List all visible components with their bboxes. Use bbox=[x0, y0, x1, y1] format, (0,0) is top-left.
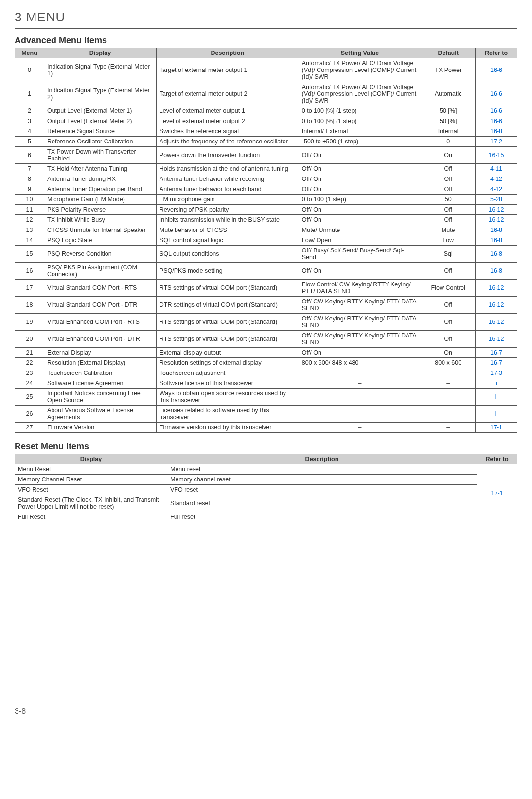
cell-default: TX Power bbox=[421, 58, 476, 82]
cell-refer[interactable]: 16-7 bbox=[476, 348, 517, 358]
cell-refer[interactable]: 16-6 bbox=[476, 82, 517, 106]
cell-setting: – bbox=[299, 389, 421, 406]
cell-description: Inhibits transmission while in the BUSY … bbox=[156, 215, 299, 225]
table-row: 10Microphone Gain (FM Mode)FM microphone… bbox=[15, 195, 517, 205]
cell-setting: 0 to 100 (1 step) bbox=[299, 195, 421, 205]
cell-default: 50 [%] bbox=[421, 106, 476, 116]
cell-menu: 4 bbox=[15, 126, 44, 137]
col-refer: Refer to bbox=[476, 48, 517, 58]
cell-refer[interactable]: 16-12 bbox=[476, 280, 517, 297]
cell-refer[interactable]: 16-8 bbox=[476, 263, 517, 280]
cell-default: Off bbox=[421, 184, 476, 195]
cell-setting: 0 to 100 [%] (1 step) bbox=[299, 106, 421, 116]
cell-description: Mute behavior of CTCSS bbox=[156, 225, 299, 235]
cell-default: Off bbox=[421, 331, 476, 348]
table-row: 9Antenna Tuner Operation per BandAntenna… bbox=[15, 184, 517, 195]
cell-refer[interactable]: 16-8 bbox=[476, 225, 517, 235]
cell-refer[interactable]: i bbox=[476, 378, 517, 389]
cell-refer[interactable]: ii bbox=[476, 406, 517, 423]
cell-display: TX Hold After Antenna Tuning bbox=[44, 164, 157, 174]
cell-description: Powers down the transverter function bbox=[156, 147, 299, 164]
cell-menu: 2 bbox=[15, 106, 44, 116]
cell-display: Touchscreen Calibration bbox=[44, 368, 157, 378]
reset-menu-title: Reset Menu Items bbox=[15, 442, 517, 452]
cell-setting: – bbox=[299, 423, 421, 433]
cell-description: RTS settings of virtual COM port (Standa… bbox=[156, 280, 299, 297]
cell-menu: 22 bbox=[15, 358, 44, 368]
cell-description: RTS settings of virtual COM port (Standa… bbox=[156, 314, 299, 331]
cell-refer[interactable]: 16-8 bbox=[476, 235, 517, 246]
col-menu: Menu bbox=[15, 48, 44, 58]
cell-refer[interactable]: 16-6 bbox=[476, 106, 517, 116]
cell-menu: 5 bbox=[15, 137, 44, 147]
cell-display: Reference Signal Source bbox=[44, 126, 157, 137]
cell-description: Adjusts the frequency of the reference o… bbox=[156, 137, 299, 147]
cell-refer[interactable]: 17-1 bbox=[477, 464, 517, 522]
cell-display: Memory Channel Reset bbox=[15, 475, 167, 485]
cell-refer[interactable]: 16-12 bbox=[476, 215, 517, 225]
page-number: 3-8 bbox=[15, 707, 517, 716]
table-row: 16PSQ/ PKS Pin Assignment (COM Connector… bbox=[15, 263, 517, 280]
table-row: 8Antenna Tuner during RXAntenna tuner be… bbox=[15, 174, 517, 184]
cell-refer[interactable]: 5-28 bbox=[476, 195, 517, 205]
cell-refer[interactable]: 16-12 bbox=[476, 331, 517, 348]
col-default: Default bbox=[421, 48, 476, 58]
cell-display: TX Power Down with Transverter Enabled bbox=[44, 147, 157, 164]
cell-setting: Off/ On bbox=[299, 348, 421, 358]
cell-display: PSQ Logic State bbox=[44, 235, 157, 246]
col-display: Display bbox=[15, 454, 167, 464]
col-description: Description bbox=[156, 48, 299, 58]
cell-description: Reversing of PSK polarity bbox=[156, 205, 299, 215]
cell-refer[interactable]: 17-2 bbox=[476, 137, 517, 147]
col-setting: Setting Value bbox=[299, 48, 421, 58]
cell-setting: Off/ CW Keying/ RTTY Keying/ PTT/ DATA S… bbox=[299, 314, 421, 331]
cell-display: Antenna Tuner Operation per Band bbox=[44, 184, 157, 195]
cell-refer[interactable]: 16-15 bbox=[476, 147, 517, 164]
cell-setting: Internal/ External bbox=[299, 126, 421, 137]
cell-refer[interactable]: 16-8 bbox=[476, 126, 517, 137]
cell-refer[interactable]: 4-11 bbox=[476, 164, 517, 174]
cell-setting: Off/ On bbox=[299, 164, 421, 174]
cell-display: Antenna Tuner during RX bbox=[44, 174, 157, 184]
table-row: 15PSQ Reverse ConditionSQL output condit… bbox=[15, 246, 517, 263]
cell-menu: 3 bbox=[15, 116, 44, 126]
cell-display: About Various Software License Agreement… bbox=[44, 406, 157, 423]
cell-setting: Off/ On bbox=[299, 184, 421, 195]
cell-refer[interactable]: 17-3 bbox=[476, 368, 517, 378]
cell-refer[interactable]: 4-12 bbox=[476, 184, 517, 195]
cell-refer[interactable]: 16-8 bbox=[476, 246, 517, 263]
cell-refer[interactable]: 16-12 bbox=[476, 314, 517, 331]
cell-display: PSQ Reverse Condition bbox=[44, 246, 157, 263]
table-row: 17Virtual Standard COM Port - RTSRTS set… bbox=[15, 280, 517, 297]
cell-display: Important Notices concerning Free Open S… bbox=[44, 389, 157, 406]
cell-default: On bbox=[421, 147, 476, 164]
cell-default: Mute bbox=[421, 225, 476, 235]
cell-refer[interactable]: 17-1 bbox=[476, 423, 517, 433]
cell-refer[interactable]: ii bbox=[476, 389, 517, 406]
table-row: 20Virtual Enhanced COM Port - DTRRTS set… bbox=[15, 331, 517, 348]
cell-refer[interactable]: 16-12 bbox=[476, 205, 517, 215]
cell-default: – bbox=[421, 406, 476, 423]
cell-refer[interactable]: 16-6 bbox=[476, 116, 517, 126]
cell-refer[interactable]: 16-7 bbox=[476, 358, 517, 368]
cell-description: PSQ/PKS mode setting bbox=[156, 263, 299, 280]
cell-description: Software license of this transceiver bbox=[156, 378, 299, 389]
cell-description: DTR settings of virtual COM port (Standa… bbox=[156, 297, 299, 314]
cell-display: Output Level (External Meter 2) bbox=[44, 116, 157, 126]
cell-display: Resolution (External Display) bbox=[44, 358, 157, 368]
cell-refer[interactable]: 16-12 bbox=[476, 297, 517, 314]
cell-setting: 0 to 100 [%] (1 step) bbox=[299, 116, 421, 126]
cell-menu: 9 bbox=[15, 184, 44, 195]
cell-display: CTCSS Unmute for Internal Speaker bbox=[44, 225, 157, 235]
table-row: 27Firmware VersionFirmware version used … bbox=[15, 423, 517, 433]
cell-display: Virtual Enhanced COM Port - DTR bbox=[44, 331, 157, 348]
reset-menu-table: Display Description Refer to Menu ResetM… bbox=[15, 454, 517, 522]
cell-menu: 19 bbox=[15, 314, 44, 331]
cell-refer[interactable]: 4-12 bbox=[476, 174, 517, 184]
cell-setting: Off/ On bbox=[299, 263, 421, 280]
cell-default: 50 bbox=[421, 195, 476, 205]
cell-refer[interactable]: 16-6 bbox=[476, 58, 517, 82]
cell-menu: 23 bbox=[15, 368, 44, 378]
cell-setting: Off/ On bbox=[299, 215, 421, 225]
cell-default: Off bbox=[421, 174, 476, 184]
